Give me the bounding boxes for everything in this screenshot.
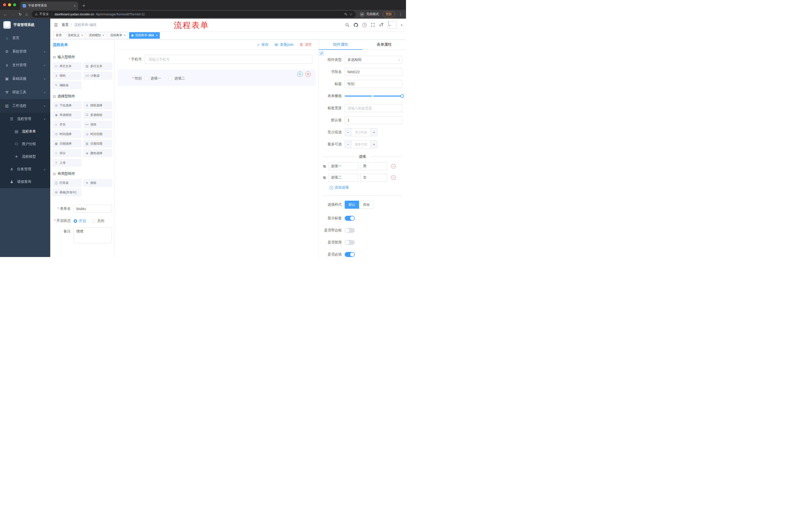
component-chip-switch[interactable]: ◐开关 [53, 121, 81, 128]
component-chip-counter[interactable]: 123计数器 [83, 72, 112, 79]
drag-handle-icon[interactable] [323, 176, 326, 180]
option-value-input[interactable] [360, 162, 387, 170]
component-chip-upload[interactable]: ⇧上传 [53, 159, 81, 166]
form-name-input[interactable] [74, 205, 112, 213]
component-chip-table[interactable]: ⊞表格[开发中] [53, 189, 81, 196]
remove-option-icon[interactable]: − [391, 164, 396, 168]
reload-icon[interactable]: ↻ [19, 12, 22, 16]
style-default-button[interactable]: 默认 [345, 201, 359, 209]
drag-handle-icon[interactable] [323, 164, 326, 168]
tag-process-model[interactable]: 流程模型 × [87, 32, 107, 39]
sidebar-item-payment[interactable]: ¥ 支付管理 ∨ [0, 58, 50, 72]
component-chip-single-text[interactable]: ▭单行文本 [53, 62, 81, 70]
minus-button[interactable]: − [345, 141, 351, 148]
required-switch[interactable] [345, 252, 355, 257]
option-label-input[interactable] [328, 162, 358, 170]
update-button[interactable]: 更新 [383, 11, 395, 17]
github-icon[interactable] [354, 23, 358, 27]
save-button[interactable]: ✓ 保存 [257, 43, 268, 47]
label-width-input[interactable] [345, 104, 402, 112]
add-option-button[interactable]: + 添加选项 [329, 185, 402, 190]
title-input[interactable] [345, 80, 402, 88]
default-value-input[interactable] [345, 116, 402, 124]
status-radio-off[interactable]: 关闭 [92, 219, 104, 223]
form-remark-textarea[interactable]: 嘿嘿 [74, 227, 112, 243]
component-chip-checkbox-group[interactable]: ☑多选框组 [83, 111, 112, 119]
grid-slider[interactable] [345, 92, 402, 100]
help-icon[interactable]: ? [362, 23, 367, 27]
min-select-input[interactable] [351, 129, 371, 136]
minus-button[interactable]: − [345, 129, 351, 136]
checkbox-option-2[interactable]: 选项二 [169, 76, 185, 81]
field-gender-selected[interactable]: 性别 选项一 选项二 [118, 70, 316, 86]
sidebar-item-user-group[interactable]: ⚇ 用户分组 [0, 138, 50, 151]
search-icon[interactable] [345, 23, 349, 27]
sidebar-item-task-mgmt[interactable]: ⋔ 任务管理 ∨ [0, 163, 50, 175]
component-chip-slider[interactable]: ⊷滑块 [83, 121, 112, 128]
plus-button[interactable]: + [371, 141, 377, 148]
remove-option-icon[interactable]: − [391, 175, 396, 180]
window-minimize-button[interactable] [8, 3, 11, 6]
field-name-input[interactable] [345, 68, 402, 76]
font-size-icon[interactable]: TT [379, 23, 383, 27]
tab-close-icon[interactable]: × [74, 4, 76, 8]
clear-button[interactable]: 清空 [299, 43, 312, 47]
tab-form-props[interactable]: 表单属性 [362, 40, 406, 50]
sidebar-item-system[interactable]: ⚙ 系统管理 ∨ [0, 45, 50, 58]
back-icon[interactable]: ← [3, 12, 7, 16]
component-chip-select[interactable]: ◎下拉选择 [53, 102, 81, 109]
component-chip-time-picker[interactable]: ◷时间选择 [53, 130, 81, 138]
avatar[interactable] [388, 21, 397, 29]
component-chip-row-container[interactable]: ◫行容器 [53, 179, 81, 187]
browser-home-icon[interactable]: ⌂ [26, 12, 28, 16]
plus-button[interactable]: + [371, 129, 377, 136]
forward-icon[interactable]: → [11, 12, 15, 16]
field-phone[interactable]: 手机号 [118, 53, 316, 66]
component-chip-rate[interactable]: ☆评分 [53, 150, 81, 157]
tag-process-form[interactable]: 流程表单 × [108, 32, 128, 39]
component-chip-time-range[interactable]: ◶时间范围 [83, 130, 112, 138]
browser-tab[interactable]: 芋道管理系统 × [20, 1, 78, 10]
component-chip-editor[interactable]: ✎编辑器 [53, 81, 81, 89]
component-chip-button[interactable]: ➤按钮 [83, 179, 112, 187]
breadcrumb-home[interactable]: 首页 [62, 23, 68, 27]
sidebar-item-process-mgmt[interactable]: ☰ 流程管理 ∧ [0, 113, 50, 125]
option-label-input[interactable] [328, 173, 358, 182]
border-switch[interactable] [345, 228, 355, 233]
component-chip-multi-text[interactable]: ▤多行文本 [83, 62, 112, 70]
sidebar-item-process-form[interactable]: ▤ 流程表单 [0, 125, 50, 138]
delete-icon[interactable] [305, 72, 311, 77]
key-icon[interactable] [344, 12, 348, 16]
component-chip-date-picker[interactable]: ▦日期选择 [53, 140, 81, 147]
sidebar-item-leave-query[interactable]: ♟ 请假查询 [0, 175, 50, 188]
style-button-button[interactable]: 按钮 [359, 201, 374, 209]
sidebar-item-home[interactable]: ⌂ 首页 [0, 31, 50, 45]
max-select-input[interactable] [351, 141, 371, 148]
show-label-switch[interactable] [345, 216, 355, 221]
component-chip-password[interactable]: ⚷密码 [53, 72, 81, 79]
window-zoom-button[interactable] [13, 3, 16, 6]
fullscreen-icon[interactable] [371, 23, 375, 27]
avatar-caret-icon[interactable]: ▾ [401, 24, 402, 26]
sidebar-item-devtools[interactable]: ⚒ 研发工具 ∨ [0, 85, 50, 99]
window-close-button[interactable] [3, 3, 6, 6]
hamburger-icon[interactable]: ☰ [54, 22, 58, 28]
checkbox-option-1[interactable]: 选项一 [145, 76, 161, 81]
new-tab-button[interactable]: + [82, 3, 85, 8]
slider-handle[interactable] [401, 94, 404, 98]
url-field[interactable]: ⚠ 不安全 dashboard.yudao.iocoder.cn/bpm/man… [32, 11, 356, 18]
disabled-switch[interactable] [345, 240, 355, 245]
option-value-input[interactable] [360, 173, 387, 182]
component-chip-radio-group[interactable]: ◉单选框组 [53, 111, 81, 119]
browser-menu-icon[interactable]: ⋮ [399, 12, 403, 17]
component-type-select[interactable]: ∨ [345, 56, 402, 64]
sidebar-item-process-model[interactable]: ✈ 流程模型 [0, 151, 50, 163]
bookmark-star-icon[interactable]: ☆ [349, 12, 352, 16]
close-icon[interactable]: × [124, 33, 126, 37]
tab-component-props[interactable]: 组件属性 [319, 40, 362, 50]
close-icon[interactable]: × [81, 33, 83, 37]
tag-home[interactable]: 首页 [54, 32, 64, 39]
sidebar-item-infrastructure[interactable]: ▣ 基础设施 ∨ [0, 72, 50, 85]
link-icon[interactable] [319, 51, 324, 56]
component-chip-date-range[interactable]: ▧日期范围 [83, 140, 112, 147]
